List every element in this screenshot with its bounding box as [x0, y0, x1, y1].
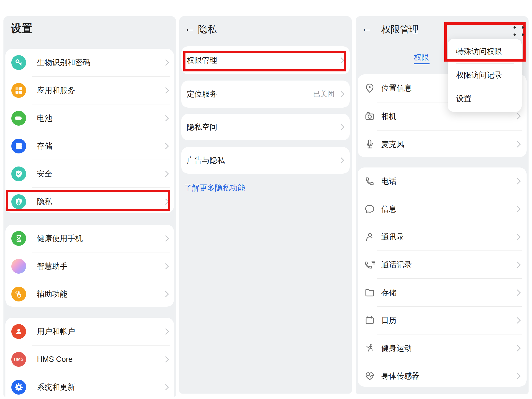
menu-item-special-access[interactable]: 特殊访问权限: [448, 40, 522, 63]
settings-item-biometrics[interactable]: 生物识别和密码: [5, 49, 174, 76]
settings-item-label: HMS Core: [37, 355, 73, 364]
tab-permissions[interactable]: 权限: [414, 52, 429, 63]
fitness-icon: [364, 343, 375, 354]
permission-item-messages[interactable]: 信息: [358, 195, 527, 223]
chevron-right-icon: [163, 115, 169, 121]
settings-group-1: 生物识别和密码 应用和服务 电池 存储: [5, 49, 174, 213]
call-log-icon: [364, 259, 375, 270]
menu-item-label: 权限访问记录: [456, 70, 502, 80]
permission-item-storage[interactable]: 存储: [358, 279, 527, 306]
card-label: 隐私空间: [187, 122, 217, 132]
permission-item-fitness[interactable]: 健身运动: [358, 334, 527, 362]
permission-item-microphone[interactable]: 麦克风: [358, 131, 527, 158]
tab-active-underline: [414, 63, 430, 64]
privacy-card-ads-privacy[interactable]: 广告与隐私: [181, 147, 350, 174]
settings-item-accessibility[interactable]: 辅助功能: [5, 280, 174, 308]
privacy-card-permission-management[interactable]: 权限管理: [181, 46, 350, 74]
chevron-right-icon: [514, 206, 520, 212]
chevron-right-icon: [514, 178, 520, 184]
privacy-card-private-space[interactable]: 隐私空间: [181, 114, 350, 140]
shield-person-icon: [11, 194, 26, 209]
learn-more-privacy-link[interactable]: 了解更多隐私功能: [184, 183, 245, 193]
settings-item-system-update[interactable]: 系统和更新: [5, 373, 174, 397]
chevron-right-icon: [163, 384, 169, 390]
card-label: 权限管理: [187, 55, 217, 66]
settings-item-assistant[interactable]: 智慧助手: [5, 252, 174, 280]
contacts-icon: [364, 231, 375, 243]
settings-item-label: 应用和服务: [37, 85, 75, 96]
permission-management-screen: ← 权限管理 权限 位置信息 相机 麦克风: [356, 16, 529, 394]
chevron-right-icon: [338, 124, 344, 130]
permission-item-phone[interactable]: 电话: [358, 167, 527, 195]
menu-item-label: 特殊访问权限: [456, 46, 502, 57]
chevron-right-icon: [338, 57, 344, 63]
settings-item-users-accounts[interactable]: 用户和帐户: [5, 318, 174, 345]
permission-item-label: 健身运动: [381, 343, 412, 353]
more-dots-icon[interactable]: [512, 25, 525, 37]
settings-item-label: 安全: [37, 169, 52, 179]
permission-item-label: 身体传感器: [381, 371, 419, 381]
permission-item-label: 位置信息: [381, 83, 412, 93]
menu-item-label: 设置: [456, 94, 471, 104]
menu-item-access-records[interactable]: 权限访问记录: [448, 64, 522, 87]
settings-item-label: 隐私: [37, 197, 52, 207]
settings-item-privacy[interactable]: 隐私: [5, 188, 174, 215]
body-sensor-icon: [364, 370, 375, 382]
chevron-right-icon: [514, 234, 520, 240]
settings-item-digital-balance[interactable]: 健康使用手机: [5, 225, 174, 252]
key-icon: [11, 55, 26, 70]
chevron-right-icon: [514, 262, 520, 268]
calendar-icon: [364, 315, 375, 326]
settings-item-storage[interactable]: 存储: [5, 132, 174, 160]
more-options-menu: 特殊访问权限 权限访问记录 设置: [448, 39, 522, 112]
card-label: 定位服务: [187, 89, 217, 99]
user-icon: [11, 324, 26, 339]
screen-title: 隐私: [198, 23, 217, 36]
chevron-right-icon: [514, 289, 520, 296]
permission-item-label: 通话记录: [381, 260, 412, 270]
settings-item-label: 电池: [37, 113, 52, 123]
permission-item-label: 信息: [381, 204, 397, 214]
settings-item-apps[interactable]: 应用和服务: [5, 77, 174, 104]
gear-icon: [11, 380, 26, 395]
settings-item-label: 生物识别和密码: [37, 57, 90, 68]
permission-item-label: 相机: [381, 111, 397, 121]
menu-item-settings[interactable]: 设置: [448, 87, 522, 110]
chevron-right-icon: [514, 345, 520, 351]
hms-badge-label: HMS: [14, 357, 23, 362]
app-grid-icon: [11, 83, 26, 98]
settings-item-label: 用户和帐户: [37, 326, 75, 337]
permission-item-contacts[interactable]: 通讯录: [358, 223, 527, 250]
settings-item-security[interactable]: 安全: [5, 160, 174, 187]
chevron-right-icon: [163, 328, 169, 334]
touch-icon: [11, 287, 26, 301]
chevron-right-icon: [514, 113, 520, 119]
permission-item-call-logs[interactable]: 通话记录: [358, 251, 527, 278]
settings-screen: 设置 生物识别和密码 应用和服务 电池: [3, 16, 176, 397]
permission-item-calendar[interactable]: 日历: [358, 307, 527, 334]
back-arrow-icon[interactable]: ←: [361, 23, 372, 33]
chevron-right-icon: [163, 59, 169, 66]
privacy-screen: ← 隐私 权限管理 定位服务 已关闭 隐私空间 广告与隐私 了解更多隐私功能: [179, 16, 352, 394]
hms-icon: HMS: [11, 352, 26, 367]
location-icon: [364, 83, 375, 94]
chevron-right-icon: [163, 263, 169, 269]
shield-check-icon: [11, 166, 26, 181]
camera-icon: [364, 111, 375, 122]
settings-item-label: 智慧助手: [37, 261, 67, 271]
chevron-right-icon: [163, 356, 169, 362]
page-title: 设置: [11, 21, 33, 36]
permission-item-label: 电话: [381, 176, 397, 186]
card-label: 广告与隐私: [187, 155, 225, 166]
back-arrow-icon[interactable]: ←: [184, 23, 195, 33]
chevron-right-icon: [163, 171, 169, 177]
folder-icon: [364, 287, 375, 298]
permission-item-body-sensors[interactable]: 身体传感器: [358, 362, 527, 390]
settings-item-hms-core[interactable]: HMS HMS Core: [5, 346, 174, 373]
permission-item-label: 存储: [381, 287, 397, 298]
privacy-card-location-services[interactable]: 定位服务 已关闭: [181, 81, 350, 108]
phone-icon: [364, 176, 375, 187]
message-icon: [364, 203, 375, 215]
settings-item-label: 辅助功能: [37, 289, 67, 299]
settings-item-battery[interactable]: 电池: [5, 104, 174, 132]
